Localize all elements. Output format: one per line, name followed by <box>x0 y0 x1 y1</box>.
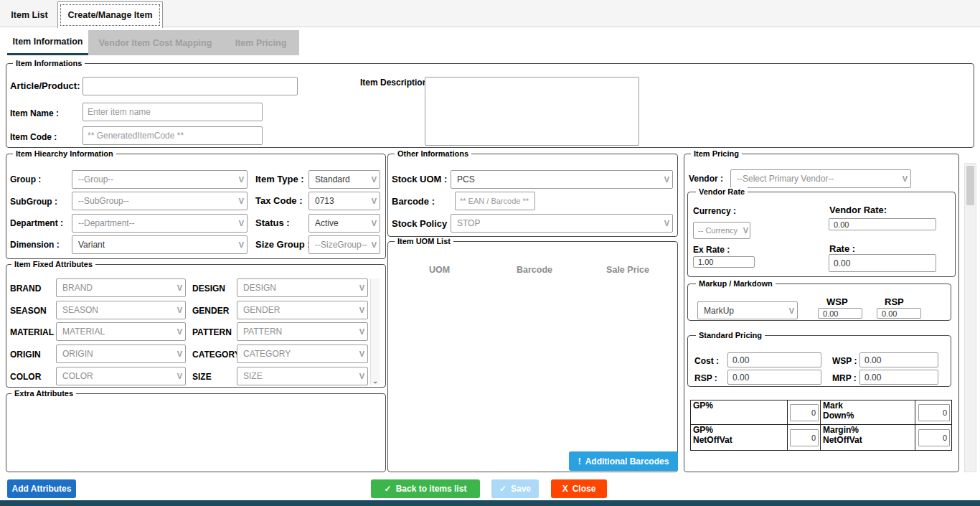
group-dropdown-value: --Group-- <box>78 174 113 184</box>
category-label: CATEGORY <box>192 350 240 360</box>
chevron-down-icon: V <box>372 197 377 205</box>
pattern-dropdown[interactable]: PATTERN V <box>237 322 368 341</box>
close-button[interactable]: X Close <box>551 479 607 498</box>
article-product-input[interactable] <box>83 77 298 95</box>
standard-pricing-legend: Standard Pricing <box>696 331 765 339</box>
item-uom-list-legend: Item UOM List <box>395 237 453 245</box>
season-dropdown[interactable]: SEASON V <box>56 301 186 319</box>
markup-rsp-input[interactable] <box>877 308 921 319</box>
ex-rate-input[interactable] <box>693 256 755 268</box>
currency-dropdown[interactable]: -- Currency V <box>693 222 750 239</box>
std-rsp-input[interactable] <box>727 370 821 385</box>
chevron-down-icon: V <box>359 372 364 380</box>
vendor-dropdown[interactable]: --Select Primary Vendor-- V <box>730 169 911 188</box>
close-label: Close <box>573 484 596 494</box>
stock-uom-dropdown[interactable]: PCS V <box>451 170 673 189</box>
department-dropdown[interactable]: --Department-- V <box>72 214 248 233</box>
color-label: COLOR <box>10 372 41 382</box>
uom-column-header: UOM <box>416 265 463 275</box>
brand-dropdown[interactable]: BRAND V <box>56 278 186 297</box>
item-type-dropdown[interactable]: Standard V <box>308 170 380 189</box>
barcode-input[interactable] <box>455 192 535 210</box>
markup-mode-dropdown-value: MarkUp <box>704 306 734 316</box>
close-icon: X <box>562 484 568 494</box>
mrp-input[interactable] <box>859 370 938 385</box>
add-attributes-button[interactable]: Add Attributes <box>7 479 76 498</box>
design-dropdown[interactable]: DESIGN V <box>237 278 368 297</box>
chevron-down-icon: V <box>372 240 377 249</box>
item-name-input[interactable] <box>83 103 263 121</box>
design-label: DESIGN <box>192 284 225 294</box>
gender-dropdown[interactable]: GENDER V <box>237 301 368 319</box>
subgroup-dropdown[interactable]: --SubGroup-- V <box>72 192 248 210</box>
item-informations-legend: Item Informations <box>13 59 85 67</box>
tax-code-dropdown[interactable]: 0713 V <box>308 192 380 210</box>
cost-input[interactable] <box>727 352 821 367</box>
material-dropdown-value: MATERIAL <box>62 327 105 337</box>
chevron-down-icon: V <box>177 350 182 358</box>
vertical-scrollbar[interactable] <box>964 163 976 472</box>
vendor-dropdown-value: --Select Primary Vendor-- <box>737 174 834 184</box>
stock-policy-dropdown-value: STOP <box>457 218 480 228</box>
status-dropdown[interactable]: Active V <box>308 214 380 233</box>
fixed-attributes-scrollbar[interactable]: ⌄ <box>370 278 380 385</box>
tab-item-pricing[interactable]: Item Pricing <box>222 30 299 55</box>
item-type-label: Item Type : <box>255 174 304 185</box>
gp-netoffvat-label: GP% NetOffVat <box>691 425 788 450</box>
chevron-down-icon: ⌄ <box>371 378 380 385</box>
mark-down-percent-label: Mark Down% <box>821 400 915 425</box>
markup-mode-dropdown[interactable]: MarkUp V <box>697 301 798 319</box>
dimension-label: Dimension : <box>10 240 60 250</box>
material-label: MATERIAL <box>10 327 54 337</box>
chevron-down-icon: V <box>177 327 182 336</box>
barcode-column-header: Barcode <box>502 265 567 275</box>
std-wsp-input[interactable] <box>859 352 938 367</box>
chevron-down-icon: V <box>789 306 794 315</box>
size-group-dropdown[interactable]: --SizeGroup-- V <box>308 235 380 254</box>
group-dropdown[interactable]: --Group-- V <box>72 170 248 189</box>
dimension-dropdown[interactable]: Variant V <box>72 235 248 254</box>
origin-label: ORIGIN <box>10 350 41 360</box>
tab-item-information[interactable]: Item Information <box>7 30 88 55</box>
item-code-input[interactable] <box>83 126 263 145</box>
item-description-textarea[interactable] <box>425 77 639 146</box>
chevron-down-icon: V <box>359 306 364 314</box>
group-label: Group : <box>10 174 41 184</box>
size-dropdown[interactable]: SIZE V <box>237 367 368 385</box>
stock-uom-dropdown-value: PCS <box>457 174 475 184</box>
category-dropdown[interactable]: CATEGORY V <box>237 345 368 363</box>
tab-item-list[interactable]: Item List <box>4 3 55 27</box>
additional-barcodes-button[interactable]: ! Additional Barcodes <box>569 451 678 471</box>
vendor-rate-input[interactable] <box>829 218 936 230</box>
save-button[interactable]: ✓ Save <box>491 479 539 498</box>
margin-netoffvat-label: Margin% NetOffVat <box>821 425 915 450</box>
season-dropdown-value: SEASON <box>62 305 98 315</box>
color-dropdown[interactable]: COLOR V <box>56 367 186 385</box>
tab-vendor-item-cost-mapping[interactable]: Vendor Item Cost Mapping <box>88 30 222 55</box>
markup-rsp-label: RSP <box>885 296 904 308</box>
gp-netoffvat-input[interactable] <box>790 429 819 446</box>
item-fixed-attributes-legend: Item Fixed Attributes <box>11 260 95 268</box>
vendor-rate-legend: Vendor Rate <box>696 187 748 196</box>
origin-dropdown[interactable]: ORIGIN V <box>56 345 186 363</box>
tab-create-manage-item[interactable]: Create/Manage Item <box>57 1 163 28</box>
dimension-dropdown-value: Variant <box>78 240 105 250</box>
subgroup-label: SubGroup : <box>10 197 57 207</box>
back-to-items-button[interactable]: ✓ Back to items list <box>371 479 480 498</box>
create-manage-item-screen: Item List Create/Manage Item Item Inform… <box>0 0 980 506</box>
size-dropdown-value: SIZE <box>243 371 263 381</box>
chevron-down-icon: V <box>903 174 908 183</box>
chevron-down-icon: V <box>359 327 364 336</box>
vertical-scrollbar-thumb[interactable] <box>966 166 974 205</box>
article-product-label: Article/Product: <box>10 80 80 92</box>
markup-wsp-input[interactable] <box>818 308 862 319</box>
stock-policy-dropdown[interactable]: STOP V <box>451 214 673 233</box>
stock-policy-label: Stock Policy : <box>392 218 453 230</box>
rate-input[interactable] <box>829 254 936 272</box>
material-dropdown[interactable]: MATERIAL V <box>56 322 186 341</box>
chevron-down-icon: V <box>177 306 182 314</box>
gp-percent-input[interactable] <box>790 404 819 421</box>
tax-code-label: Tax Code : <box>255 195 303 207</box>
margin-netoffvat-input[interactable] <box>918 429 950 446</box>
mark-down-percent-input[interactable] <box>918 404 950 421</box>
